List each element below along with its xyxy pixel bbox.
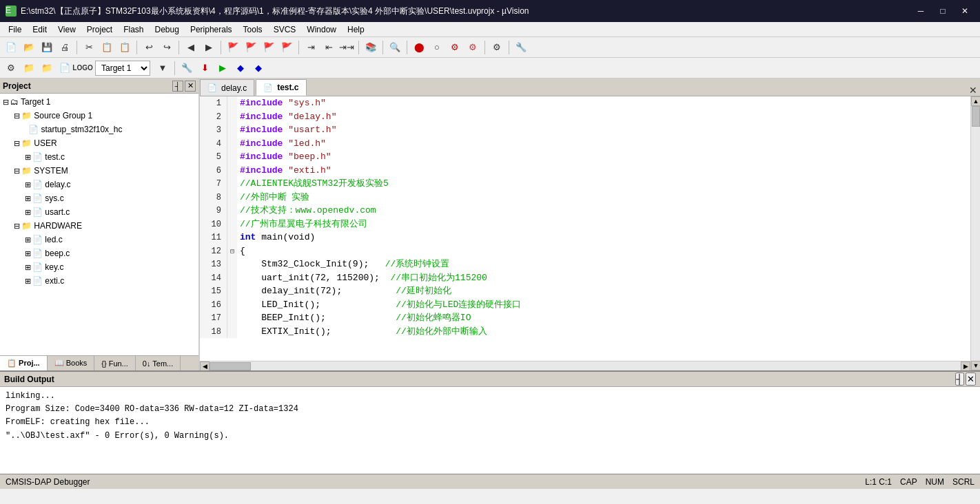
menu-item-debug[interactable]: Debug — [150, 23, 185, 36]
build-output-close-btn[interactable]: ✕ — [966, 372, 976, 386]
project-settings-btn[interactable]: ⚙ — [3, 60, 19, 76]
undo-btn[interactable]: ↩ — [141, 39, 157, 56]
hscroll-thumb[interactable] — [210, 362, 251, 370]
menu-item-project[interactable]: Project — [81, 23, 118, 36]
line-code-1: #include "sys.h" — [237, 96, 970, 110]
panel-tab-templates[interactable]: 0↓ Tem... — [136, 356, 181, 370]
bookmark4-btn[interactable]: 🚩 — [278, 39, 295, 56]
unindent-btn[interactable]: ⇤ — [320, 39, 337, 56]
build2-btn[interactable]: ○ — [429, 39, 445, 56]
build3-btn[interactable]: ⚙ — [447, 39, 463, 56]
tree-item-user[interactable]: ⊟ 📁 USER — [0, 136, 198, 150]
settings-btn[interactable]: 🔧 — [513, 39, 529, 56]
hscroll-right-btn[interactable]: ▶ — [961, 361, 970, 370]
editor-hscrollbar[interactable]: ◀ ▶ — [200, 361, 970, 370]
tree-item-usartc[interactable]: ⊞ 📄 usart.c — [0, 205, 198, 219]
tree-item-system[interactable]: ⊟ 📁 SYSTEM — [0, 164, 198, 178]
tree-item-hardware[interactable]: ⊟ 📁 HARDWARE — [0, 219, 198, 233]
vscroll-down-btn[interactable]: ▼ — [971, 361, 980, 370]
menu-item-help[interactable]: Help — [342, 23, 370, 36]
bookmark2-btn[interactable]: 🚩 — [243, 39, 259, 56]
project-btn2[interactable]: 📁 — [21, 60, 37, 76]
line-fold-18 — [227, 325, 237, 339]
indent2-btn[interactable]: ⇥⇥ — [338, 39, 355, 56]
tree-icon-testc: 📄 — [32, 152, 43, 162]
panel-tab-books[interactable]: 📖 Books — [48, 356, 95, 370]
line-fold-12[interactable]: ⊟ — [227, 244, 237, 258]
menu-item-flash[interactable]: Flash — [118, 23, 149, 36]
menu-item-view[interactable]: View — [52, 23, 81, 36]
copy-btn[interactable]: 📋 — [99, 39, 115, 56]
vscroll-track[interactable] — [971, 106, 980, 361]
debug-btn1[interactable]: 🔧 — [178, 60, 195, 76]
indent-btn[interactable]: ⇥ — [303, 39, 319, 56]
new-file-btn[interactable]: 📄 — [3, 39, 19, 56]
download-btn[interactable]: ⬇ — [196, 60, 213, 76]
options-btn[interactable]: ⚙ — [489, 39, 505, 56]
vscroll-thumb[interactable] — [972, 106, 980, 127]
cut-btn[interactable]: ✂ — [81, 39, 97, 56]
build-btn[interactable]: ⬤ — [411, 39, 427, 56]
editor-vscrollbar[interactable]: ▲ ▼ — [970, 96, 980, 370]
save-all-btn[interactable]: 🖨 — [57, 39, 73, 56]
target-select[interactable]: Target 1 — [95, 61, 150, 76]
tree-item-target1[interactable]: ⊟ 🗂 Target 1 — [0, 95, 198, 109]
target-dropdown-btn[interactable]: ▼ — [154, 60, 171, 76]
project-pin-btn[interactable]: ┤ — [172, 81, 183, 92]
tab-close-button[interactable]: ✕ — [969, 85, 977, 96]
menu-item-peripherals[interactable]: Peripherals — [185, 23, 238, 36]
debug-btn3[interactable]: ◆ — [250, 60, 267, 76]
panel-tab-functions[interactable]: {} Fun... — [94, 356, 136, 370]
bookmark3-btn[interactable]: 🚩 — [261, 39, 277, 56]
menu-bar: FileEditViewProjectFlashDebugPeripherals… — [0, 22, 980, 37]
redo-btn[interactable]: ↪ — [159, 39, 175, 56]
tree-item-keyc[interactable]: ⊞ 📄 key.c — [0, 260, 198, 274]
tree-item-sysc[interactable]: ⊞ 📄 sys.c — [0, 191, 198, 205]
bookmark1-btn[interactable]: 🚩 — [225, 39, 241, 56]
open-docs-btn[interactable]: 📚 — [363, 39, 379, 56]
line-code-10: //广州市星翼电子科技有限公司 — [237, 218, 970, 231]
search-btn[interactable]: 🔍 — [387, 39, 403, 56]
tree-label-target1: Target 1 — [19, 97, 50, 107]
logo-btn[interactable]: LOGO — [74, 60, 91, 76]
tree-icon-keyc: 📄 — [32, 262, 43, 272]
paste-btn[interactable]: 📋 — [116, 39, 133, 56]
close-button[interactable]: ✕ — [955, 4, 974, 18]
tree-item-extic[interactable]: ⊞ 📄 exti.c — [0, 274, 198, 288]
nav-back-btn[interactable]: ◀ — [183, 39, 199, 56]
title-bar: E E:\stm32\【正点原子】STM32F103最小系统板资料\4，程序源码… — [0, 0, 980, 22]
hscroll-left-btn[interactable]: ◀ — [200, 361, 210, 370]
project-close-btn[interactable]: ✕ — [185, 81, 196, 92]
project-btn4[interactable]: 📄 — [57, 60, 73, 76]
maximize-button[interactable]: □ — [933, 4, 952, 18]
tree-item-ledc[interactable]: ⊞ 📄 led.c — [0, 233, 198, 246]
build-output-pin-btn[interactable]: ┤ — [955, 372, 964, 386]
menu-item-tools[interactable]: Tools — [238, 23, 268, 36]
tab-delayc[interactable]: 📄 delay.c — [200, 79, 254, 96]
code-line-11: 11int main(void) — [200, 231, 970, 244]
tree-item-startup[interactable]: 📄 startup_stm32f10x_hc — [0, 123, 198, 136]
tree-item-srcgrp1[interactable]: ⊟ 📁 Source Group 1 — [0, 109, 198, 123]
tree-item-delayc[interactable]: ⊞ 📄 delay.c — [0, 178, 198, 191]
open-btn[interactable]: 📂 — [21, 39, 37, 56]
code-editor[interactable]: 1#include "sys.h"2#include "delay.h"3#in… — [200, 96, 970, 361]
build4-btn[interactable]: ⚙ — [465, 39, 481, 56]
minimize-button[interactable]: ─ — [911, 4, 930, 18]
nav-fwd-btn[interactable]: ▶ — [201, 39, 217, 56]
run-btn[interactable]: ▶ — [214, 60, 231, 76]
panel-tab-project[interactable]: 📋 Proj... — [0, 356, 48, 370]
project-btn3[interactable]: 📁 — [39, 60, 55, 76]
debug-btn2[interactable]: ◆ — [232, 60, 249, 76]
tab-testc[interactable]: 📄 test.c — [256, 79, 306, 96]
line-number-7: 7 — [200, 177, 227, 191]
menu-item-file[interactable]: File — [3, 23, 27, 36]
menu-item-edit[interactable]: Edit — [27, 23, 52, 36]
tree-item-beepc[interactable]: ⊞ 📄 beep.c — [0, 246, 198, 260]
menu-item-window[interactable]: Window — [301, 23, 342, 36]
menu-item-svcs[interactable]: SVCS — [268, 23, 302, 36]
save-btn[interactable]: 💾 — [39, 39, 55, 56]
tree-item-testc[interactable]: ⊞ 📄 test.c — [0, 150, 198, 164]
vscroll-up-btn[interactable]: ▲ — [971, 96, 980, 106]
tree-expand-hardware: ⊟ — [14, 222, 20, 231]
hscroll-track[interactable] — [210, 361, 961, 370]
